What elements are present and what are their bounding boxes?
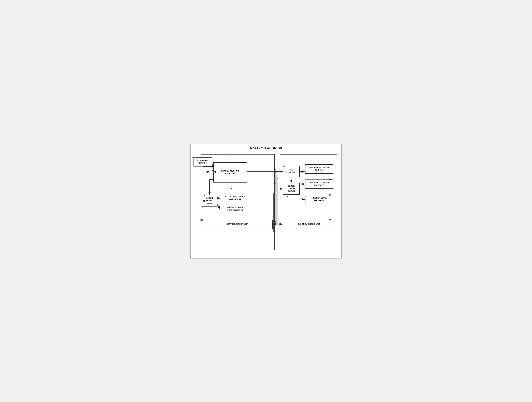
ref-16-tilde: ~ <box>193 156 194 158</box>
control-unit-right-block: CONTROL CIRCUIT UNIT <box>283 220 335 229</box>
board-14-label: 14 <box>309 155 310 157</box>
ref-26-tilde: ~ <box>200 219 201 220</box>
free-run-right-block: FREE-RUN CLOCK TREE CIRCUIT <box>305 195 333 204</box>
svg-text:≈: ≈ <box>275 171 276 174</box>
clock-control-right-block: CLOCK CONTROL CIRCUIT <box>283 183 300 195</box>
ref-18: 18 <box>207 171 209 173</box>
clock-tree-gate-left-block: CLOCK TREE CIRCUITFOR GATE 22 <box>220 194 250 202</box>
ref-38: 38 <box>329 218 331 220</box>
free-run-left-block: FREE-RUN CLOCKTREE CIRCUIT 24 <box>220 205 250 213</box>
ref-36: 36 <box>329 194 331 196</box>
label-44: 44 <box>274 182 276 184</box>
clock-control-left-block: CLOCK CONTROL CIRCUIT <box>202 195 217 207</box>
label-40: 40 <box>274 168 276 170</box>
ref-34: 34 <box>329 179 331 181</box>
label-42: 42 <box>274 175 276 177</box>
system-pll-block: SYSTEM PLL CIRCUIT <box>194 157 212 167</box>
svg-text:≈: ≈ <box>277 177 279 180</box>
control-unit-left-block: CONTROL CIRCUIT UNIT <box>202 220 273 229</box>
clock-tree-pll-block: CLOCK TREE CIRCUIT FOR PLL <box>305 164 333 174</box>
ref-18-tilde: ~ <box>206 171 207 173</box>
ref-26: 26 <box>201 219 203 221</box>
label-48: 48 <box>274 221 276 223</box>
pll-circuit-block: PLL CIRCUIT <box>283 166 300 177</box>
svg-text:≈: ≈ <box>276 174 278 176</box>
ref-30: 30 <box>287 195 289 198</box>
ref-32: 32 <box>329 163 331 165</box>
label-46: 46 <box>274 189 276 191</box>
diagram-title: SYSTEM BOARD 10 <box>190 144 342 151</box>
board-12-label: 12 <box>229 155 231 157</box>
phase-adj-block: PHASE ADJUSTING CIRCUIT UNIT <box>213 162 247 182</box>
title-text: SYSTEM BOARD <box>250 146 276 149</box>
ref-28: 28 <box>283 165 285 167</box>
diagram-container: SYSTEM BOARD 10 12 14 SYSTEM PLL CIRCUIT… <box>190 144 342 259</box>
ref-20: 20 <box>203 194 205 196</box>
title-number: 10 <box>279 146 282 150</box>
clock-tree-gate-right-block: CLOCK TREE CIRCUIT FOR GATE <box>305 180 333 189</box>
